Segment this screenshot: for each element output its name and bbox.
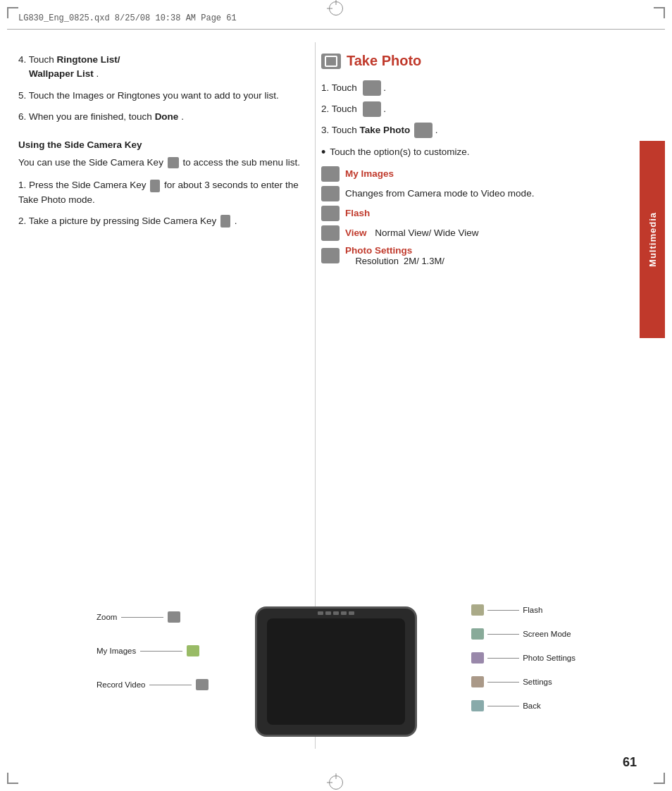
right-step-2-text: Touch — [332, 104, 360, 114]
record-video-line — [149, 685, 192, 685]
diagram-label-back-right: Back — [471, 700, 575, 711]
item-6-bold: Done — [155, 111, 179, 122]
item-4-suffix: . — [97, 68, 99, 79]
photo-settings-text: Photo Settings Resolution 2M/ 1.3M/ — [345, 245, 444, 266]
item-6-number: 6. — [18, 111, 29, 122]
flash-label: Flash — [345, 208, 370, 218]
phone-screen — [267, 618, 405, 725]
corner-mark-bl — [7, 773, 18, 784]
using-section-intro: You can use the Side Camera Key to acces… — [18, 156, 300, 170]
take-photo-title-icon — [321, 54, 341, 69]
item-4-text-prefix: Touch — [29, 54, 57, 65]
flash-icon — [321, 206, 340, 221]
back-line-right — [487, 706, 519, 706]
bullet-dot: • — [321, 145, 325, 161]
item-4-number: 4. — [18, 54, 29, 65]
step2-icon — [363, 101, 381, 117]
right-step-2: 2. Touch . — [321, 101, 654, 117]
header-text: LG830_Eng_0825.qxd 8/25/08 10:38 AM Page… — [18, 13, 237, 23]
using-step-2: 2. Take a picture by pressing Side Camer… — [18, 214, 300, 228]
view-icon — [321, 225, 340, 241]
right-step-2-number: 2. — [321, 104, 332, 114]
diagram-label-flash-right: Flash — [471, 604, 575, 616]
diagram-label-my-images: My Images — [97, 645, 209, 656]
view-label: View — [345, 228, 367, 238]
icon-item-my-images: My Images — [321, 166, 654, 182]
icon-item-view: View Normal View/ Wide View — [321, 225, 654, 241]
right-step-1-text: Touch — [332, 82, 360, 93]
my-images-line — [140, 651, 182, 652]
icon-item-flash: Flash — [321, 206, 654, 221]
corner-mark-br — [654, 773, 665, 784]
zoom-icon-diag — [168, 611, 180, 623]
phone-diagram — [255, 606, 417, 737]
phone-icon-3 — [333, 611, 339, 615]
settings-line-right — [487, 682, 519, 683]
phone-icon-4 — [341, 611, 347, 615]
page-header: LG830_Eng_0825.qxd 8/25/08 10:38 AM Page… — [7, 7, 665, 30]
my-images-label: My Images — [345, 168, 394, 179]
settings-label-right: Settings — [523, 678, 552, 686]
icon-item-changes: Changes from Camera mode to Video mode. — [321, 186, 654, 201]
right-step-1: 1. Touch . — [321, 80, 654, 96]
diagram-labels-right: Flash Screen Mode Photo Settings Setting… — [471, 604, 575, 711]
diagram-container: Zoom My Images Record Video — [18, 590, 654, 752]
flash-icon-right — [471, 604, 484, 616]
photo-settings-resolution: Resolution 2M/ 1.3M/ — [345, 256, 444, 266]
screen-mode-label-right: Screen Mode — [523, 630, 571, 638]
diagram-label-photo-settings-right: Photo Settings — [471, 652, 575, 664]
record-video-label-diag: Record Video — [97, 680, 145, 689]
take-photo-title-text: Take Photo — [347, 53, 421, 69]
zoom-label: Zoom — [97, 613, 117, 621]
side-key-icon-step2 — [220, 215, 230, 228]
right-step-1-number: 1. — [321, 82, 332, 93]
right-step-3-period: . — [435, 125, 438, 135]
right-step-3-bold: Take Photo — [360, 125, 413, 135]
my-images-icon-diag — [187, 645, 199, 656]
using-step-1: 1. Press the Side Camera Key for about 3… — [18, 178, 300, 207]
back-icon-right — [471, 700, 484, 711]
left-item-6: 6. When you are finished, touch Done . — [18, 110, 300, 124]
step3-camera-icon — [414, 123, 433, 138]
zoom-line — [121, 617, 163, 618]
item-6-suffix: . — [181, 111, 184, 122]
photo-settings-label-right: Photo Settings — [523, 654, 575, 662]
page-number: 61 — [623, 755, 637, 770]
left-item-4: 4. Touch Ringtone List/ Wallpaper List . — [18, 53, 300, 82]
my-images-icon — [321, 166, 340, 182]
changes-icon — [321, 186, 340, 201]
side-key-icon-step1 — [150, 180, 160, 192]
item-6-text-prefix: When you are finished, touch — [29, 111, 155, 122]
phone-side-button — [255, 637, 256, 658]
flash-label-right: Flash — [523, 606, 542, 614]
step1-icon — [363, 80, 381, 96]
diagram-label-screen-mode-right: Screen Mode — [471, 628, 575, 640]
using-section-heading: Using the Side Camera Key — [18, 139, 300, 150]
phone-icon-1 — [318, 611, 323, 615]
flash-line-right — [487, 610, 519, 611]
right-step-3-text-prefix: Touch — [332, 125, 360, 135]
record-video-icon-diag — [196, 679, 209, 690]
photo-settings-icon-right — [471, 652, 484, 664]
diagram-inner: Zoom My Images Record Video — [97, 597, 575, 745]
diagram-label-settings-right: Settings — [471, 676, 575, 687]
item-5-text: Touch the Images or Ringtones you want t… — [29, 90, 279, 101]
settings-icon-right — [471, 676, 484, 687]
side-key-icon-intro — [168, 157, 179, 168]
back-label-right: Back — [523, 702, 541, 710]
icon-item-photo-settings: Photo Settings Resolution 2M/ 1.3M/ — [321, 245, 654, 266]
diagram-label-zoom: Zoom — [97, 611, 209, 623]
changes-text: Changes from Camera mode to Video mode. — [345, 188, 534, 199]
item-5-number: 5. — [18, 90, 29, 101]
right-step-3: 3. Touch Take Photo . — [321, 123, 654, 138]
diagram-labels-left: Zoom My Images Record Video — [97, 611, 209, 690]
right-step-1-period: . — [383, 82, 386, 93]
diagram-label-record-video: Record Video — [97, 679, 209, 690]
bullet-text: Touch the option(s) to customize. — [330, 145, 469, 159]
phone-icon-5 — [349, 611, 354, 615]
registration-mark-bottom — [329, 776, 343, 790]
left-item-5: 5. Touch the Images or Ringtones you wan… — [18, 89, 300, 103]
screen-mode-icon-right — [471, 628, 484, 640]
phone-top-icons — [318, 611, 354, 615]
photo-settings-line-right — [487, 658, 519, 659]
